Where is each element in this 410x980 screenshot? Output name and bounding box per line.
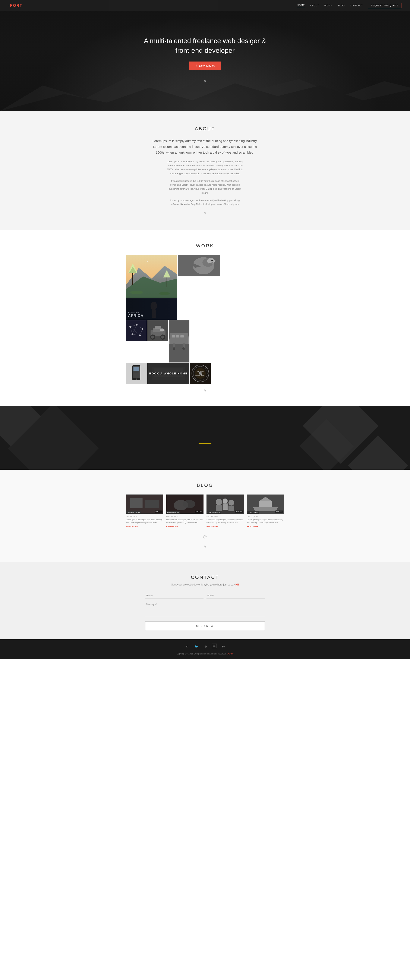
footer-social: ✉ 🐦 ⚙ in Bé (4, 644, 406, 649)
svg-point-62 (136, 379, 137, 380)
dark-section (0, 406, 410, 470)
svg-rect-65 (133, 373, 138, 373)
blog-card-4: 511 · 11 Going Places Dec. 11,2014 Lorem… (247, 495, 284, 528)
svg-point-81 (216, 499, 222, 505)
svg-point-35 (136, 324, 138, 326)
nav-home[interactable]: HOME (297, 4, 305, 7)
svg-point-36 (141, 328, 143, 330)
work-item-phone[interactable] (126, 363, 147, 384)
svg-point-46 (161, 336, 164, 339)
about-secondary-1: Lorem ipsum is simply dummy text of the … (167, 159, 243, 176)
svg-point-11 (158, 259, 159, 259)
behance-icon[interactable]: Bé (220, 644, 226, 649)
blog-read-more-3[interactable]: READ MORE (207, 525, 244, 528)
contact-form: SEND NOW (145, 593, 265, 631)
form-row-1 (145, 593, 265, 599)
about-section: ABOUT Lorem Ipsum is simply dummy text o… (0, 111, 410, 230)
svg-point-58 (182, 347, 185, 350)
svg-rect-86 (229, 506, 234, 511)
name-input[interactable] (145, 593, 203, 599)
work-item-side[interactable] (169, 320, 189, 363)
nav-work[interactable]: WORK (324, 4, 332, 7)
nav-contact[interactable]: CONTACT (350, 4, 362, 7)
svg-rect-82 (216, 505, 222, 511)
work-item-mech[interactable] (147, 320, 168, 341)
work-item-book[interactable]: BOOK A WHOLE HOME (147, 363, 189, 384)
blog-stats-2: 308 · 31 (195, 511, 203, 513)
illustration-svg (126, 255, 177, 298)
dots-svg (126, 320, 147, 341)
svg-rect-89 (259, 501, 272, 507)
download-cv-button[interactable]: ⬇ Download cv (189, 62, 221, 70)
svg-rect-26 (126, 320, 147, 341)
send-button[interactable]: SEND NOW (145, 621, 265, 631)
work-title: WORK (4, 243, 406, 249)
work-col-left: Discovery AFRICA (126, 255, 177, 320)
download-icon: ⬇ (195, 64, 197, 67)
svg-point-10 (147, 261, 148, 262)
blog-tag-2: Fantastiche Art (166, 511, 180, 514)
work-row-2-inner (126, 320, 189, 363)
svg-rect-76 (145, 500, 159, 508)
svg-point-57 (173, 347, 175, 350)
discovery-bg-svg (126, 298, 177, 320)
book-home-label: BOOK A WHOLE HOME (149, 372, 188, 375)
blog-read-more-1[interactable]: READ MORE (126, 525, 164, 528)
footer: ✉ 🐦 ⚙ in Bé Copyright © 2015 Company nam… (0, 639, 410, 659)
blog-chevron[interactable]: ∨ (4, 544, 406, 549)
blog-image-1[interactable]: 208 · 11 Startup Academy (126, 495, 164, 514)
svg-point-23 (211, 260, 213, 261)
logo-accent: · (8, 3, 10, 8)
warcraft-label: WORLDofWARCRAFT (195, 371, 205, 376)
svg-point-16 (151, 302, 157, 310)
svg-rect-47 (160, 329, 164, 331)
nav-logo: ·PORT (8, 3, 22, 8)
svg-rect-5 (132, 272, 133, 285)
contact-title: CONTACT (4, 574, 406, 580)
blog-excerpt-4: Lorem ipsum passages, and more recently … (247, 519, 284, 524)
work-item-bird[interactable] (178, 255, 220, 277)
about-secondary-3: Lorem ipsum passages, and more recently … (167, 199, 243, 206)
work-item-illustration[interactable] (126, 255, 177, 298)
blog-date-2: Dec. 06,2014 (166, 515, 204, 517)
work-section: WORK (0, 230, 410, 406)
blog-image-4[interactable]: 511 · 11 Going Places (247, 495, 284, 514)
blog-image-3[interactable]: 412 · 11 Photo & Review (207, 495, 244, 514)
dark-accent-line (199, 444, 211, 444)
work-item-dots[interactable] (126, 320, 147, 341)
blog-excerpt-2: Lorem ipsum passages, and more recently … (166, 519, 204, 524)
work-chevron[interactable]: ∨ (4, 388, 406, 393)
linkedin-icon[interactable]: in (212, 644, 217, 648)
svg-point-83 (223, 498, 228, 503)
email-input[interactable] (207, 593, 265, 599)
nav-about[interactable]: ABOUT (310, 4, 319, 7)
email-icon[interactable]: ✉ (184, 644, 190, 649)
blog-read-more-2[interactable]: READ MORE (166, 525, 204, 528)
twitter-icon[interactable]: 🐦 (193, 644, 199, 649)
dribbble-icon[interactable]: ⚙ (203, 644, 209, 649)
blog-title: BLOG (4, 482, 406, 488)
hero-title: A multi-talented freelance web desiger &… (141, 36, 269, 55)
admin-link[interactable]: Admin (227, 652, 234, 655)
hero-chevron[interactable]: ∨ (141, 78, 269, 84)
svg-point-44 (151, 336, 154, 339)
about-chevron[interactable]: ∨ (4, 211, 406, 215)
blog-stats-1: 208 · 11 (154, 511, 162, 513)
blog-loader: ⟳ (4, 534, 406, 540)
svg-rect-56 (183, 344, 185, 348)
navigation: ·PORT HOME ABOUT WORK BLOG CONTACT REQUE… (0, 0, 410, 11)
request-quote-button[interactable]: REQUEST FOR QUOTE (368, 3, 402, 8)
work-item-warcraft[interactable]: WORLDofWARCRAFT (190, 363, 211, 384)
svg-rect-52 (172, 335, 175, 337)
blog-stats-4: 511 · 11 (275, 511, 283, 513)
work-item-discovery[interactable]: Discovery AFRICA (126, 298, 177, 320)
message-textarea[interactable] (145, 601, 265, 616)
nav-blog[interactable]: BLOG (338, 4, 345, 7)
blog-read-more-4[interactable]: READ MORE (247, 525, 284, 528)
svg-point-14 (159, 292, 170, 295)
contact-hi: Hi! (235, 583, 239, 586)
side-svg (169, 320, 189, 363)
svg-rect-84 (223, 503, 228, 510)
blog-image-2[interactable]: 308 · 31 Fantastiche Art (166, 495, 204, 514)
blog-tag-1: Startup Academy (126, 511, 141, 514)
